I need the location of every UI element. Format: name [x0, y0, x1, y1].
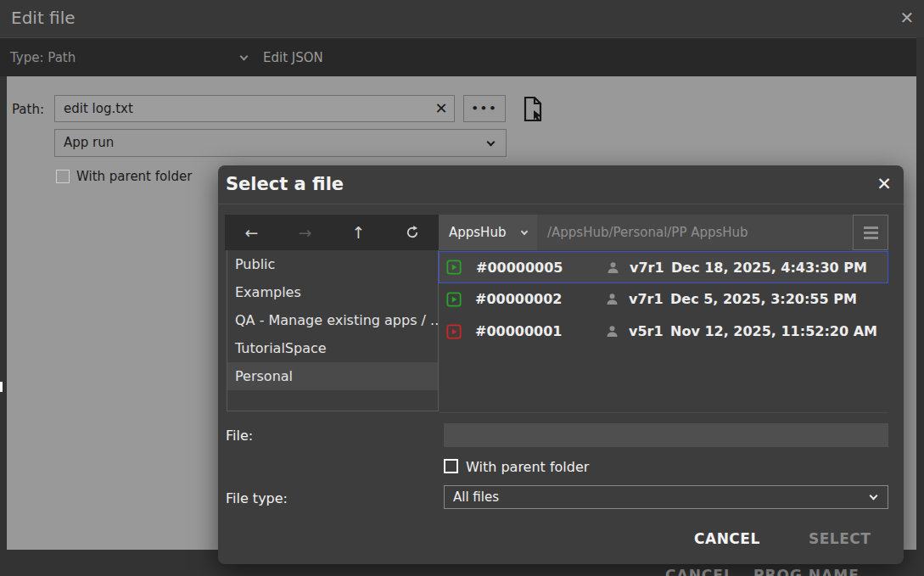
breadcrumb-path[interactable]: /AppsHub/Personal/PP AppsHub	[537, 215, 853, 250]
chevron-down-icon	[521, 228, 528, 235]
type-select-value: Type: Path	[10, 50, 76, 65]
file-version: v5r1	[629, 323, 664, 339]
sidebar-item-examples[interactable]: Examples	[227, 278, 438, 306]
list-menu-button[interactable]	[853, 215, 888, 250]
refresh-icon[interactable]	[385, 215, 439, 250]
left-edge-tick	[0, 382, 3, 392]
edit-file-prog-name-button-clipped[interactable]: PROG NAME	[753, 567, 860, 576]
hamburger-icon	[864, 226, 878, 242]
edit-file-titlebar: Edit file ✕	[0, 0, 924, 37]
with-parent-folder-checkbox[interactable]	[56, 170, 70, 183]
sidebar-item-tutorialspace[interactable]: TutorialSpace	[227, 334, 438, 362]
user-icon	[605, 292, 619, 306]
chevron-down-icon	[487, 138, 496, 147]
select-button[interactable]: SELECT	[809, 530, 871, 547]
sidebar-item-public[interactable]: Public	[227, 250, 438, 278]
run-select[interactable]: App run	[54, 129, 507, 157]
file-list: #00000005 v7r1 Dec 18, 2025, 4:43:30 PM …	[439, 250, 888, 413]
sidebar-item-qa[interactable]: QA - Manage existing apps / ...	[227, 306, 438, 334]
path-input[interactable]: edit log.txt	[54, 95, 455, 122]
file-browser-toolbar: ← → ↑ AppsHub /AppsHub/Personal/PP AppsH…	[225, 215, 888, 250]
close-icon[interactable]: ✕	[896, 7, 918, 29]
type-bar: Type: Path Edit JSON	[0, 37, 916, 76]
with-parent-folder-label: With parent folder	[76, 169, 192, 184]
file-type-select[interactable]: All files	[444, 485, 888, 509]
spaces-sidebar: Public Examples QA - Manage existing app…	[227, 250, 439, 411]
file-name: #00000001	[475, 323, 562, 339]
edit-file-cancel-button-clipped[interactable]: CANCEL	[665, 567, 734, 576]
select-file-dialog: Select a file ✕ ← → ↑ AppsHub /AppsHub/P…	[218, 165, 904, 564]
file-date: Nov 12, 2025, 11:52:20 AM	[670, 323, 877, 339]
user-icon	[606, 260, 620, 275]
forward-icon: →	[278, 215, 332, 250]
type-select[interactable]: Type: Path	[10, 48, 256, 69]
with-parent-folder-checkbox[interactable]	[444, 459, 458, 473]
file-version: v7r1	[629, 291, 664, 307]
file-date: Dec 5, 2025, 3:20:55 PM	[670, 291, 857, 307]
cancel-button[interactable]: CANCEL	[694, 530, 760, 547]
table-row[interactable]: #00000002 v7r1 Dec 5, 2025, 3:20:55 PM	[439, 283, 888, 316]
table-row[interactable]: #00000005 v7r1 Dec 18, 2025, 4:43:30 PM	[439, 251, 888, 283]
file-version: v7r1	[630, 260, 664, 276]
select-file-title: Select a file	[226, 174, 344, 194]
nav-section: ← → ↑	[225, 215, 439, 250]
back-icon[interactable]: ←	[225, 215, 278, 250]
run-success-icon	[446, 260, 462, 275]
file-pick-icon[interactable]	[521, 96, 545, 122]
run-error-icon	[446, 324, 462, 339]
up-icon[interactable]: ↑	[332, 215, 385, 250]
file-date: Dec 18, 2025, 4:43:30 PM	[671, 260, 867, 276]
browse-more-button[interactable]: •••	[463, 95, 506, 122]
file-name-input[interactable]	[444, 423, 888, 447]
chevron-down-icon	[870, 492, 878, 501]
path-label: Path:	[12, 102, 44, 117]
divider	[218, 204, 904, 204]
file-name: #00000005	[476, 260, 563, 276]
sidebar-item-personal[interactable]: Personal	[227, 362, 438, 390]
file-type-label: File type:	[226, 490, 288, 506]
space-select[interactable]: AppsHub	[439, 215, 537, 250]
with-parent-folder-label: With parent folder	[466, 459, 589, 475]
table-row[interactable]: #00000001 v5r1 Nov 12, 2025, 11:52:20 AM	[439, 316, 888, 348]
user-icon	[605, 324, 619, 338]
edit-file-title: Edit file	[11, 8, 76, 28]
run-select-value: App run	[64, 135, 114, 150]
space-select-value: AppsHub	[449, 225, 506, 240]
file-type-value: All files	[453, 489, 499, 505]
clear-path-icon[interactable]: ✕	[433, 100, 450, 117]
run-success-icon	[446, 292, 462, 307]
file-field-label: File:	[226, 428, 253, 444]
close-icon[interactable]: ✕	[873, 173, 895, 195]
file-name: #00000002	[475, 291, 562, 307]
edit-json-link[interactable]: Edit JSON	[263, 50, 323, 65]
chevron-down-icon	[240, 53, 249, 61]
